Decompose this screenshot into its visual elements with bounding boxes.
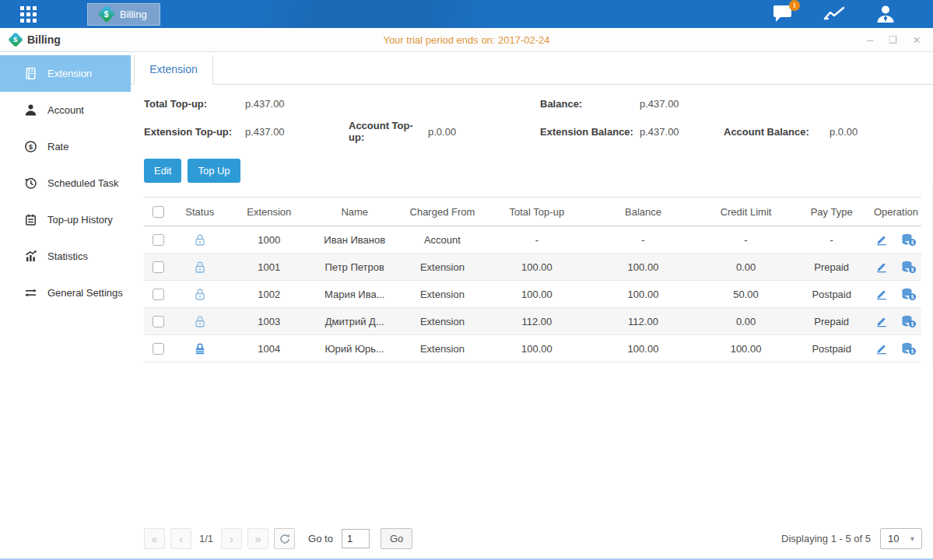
- edit-extension-button[interactable]: [875, 233, 889, 246]
- sidebar-item-label: Scheduled Task: [47, 177, 119, 189]
- messages-button[interactable]: !: [773, 5, 794, 23]
- pencil-icon: [875, 288, 889, 300]
- col-name: Name: [311, 198, 398, 226]
- general-settings-sliders-icon: [24, 286, 37, 299]
- extension-topup-label: Extension Top-up:: [144, 126, 245, 138]
- status-lock-icon: [194, 233, 206, 245]
- select-all-checkbox[interactable]: [153, 206, 164, 218]
- top-up-extension-button[interactable]: $: [901, 261, 917, 274]
- pager: « ‹ 1/1 › » Go to Go: [144, 528, 412, 549]
- window-title-group: $ Billing: [0, 33, 61, 46]
- cell-extension: 1001: [227, 254, 311, 281]
- table-row[interactable]: 1001 Петр Петров Extension 100.00 100.00…: [144, 254, 921, 281]
- cell-pay-type: Prepaid: [792, 308, 870, 335]
- cell-pay-type: -: [792, 226, 870, 254]
- pencil-icon: [875, 315, 889, 327]
- go-button[interactable]: Go: [381, 528, 412, 549]
- col-operation: Operation: [871, 198, 921, 226]
- account-topup-label: Account Top-up:: [349, 120, 428, 143]
- cell-credit-limit: 0.00: [700, 308, 793, 335]
- sidebar-item-label: Top-up History: [47, 214, 113, 226]
- row-checkbox[interactable]: [153, 261, 164, 273]
- col-pay-type: Pay Type: [792, 198, 870, 226]
- table-row[interactable]: 1000 Иван Иванов Account - - - -: [144, 226, 921, 254]
- edit-extension-button[interactable]: [875, 342, 889, 355]
- svg-text:$: $: [911, 348, 914, 355]
- cell-extension: 1004: [227, 335, 311, 362]
- refresh-button[interactable]: [274, 528, 295, 549]
- cell-pay-type: Postpaid: [792, 335, 870, 362]
- sidebar-item-scheduled-task[interactable]: Scheduled Task: [0, 165, 131, 201]
- pencil-icon: [875, 342, 889, 355]
- row-checkbox[interactable]: [153, 343, 164, 355]
- top-up-extension-button[interactable]: $: [901, 288, 917, 301]
- extension-table: Status Extension Name Charged From Total…: [144, 197, 921, 362]
- coins-icon: $: [901, 342, 917, 355]
- sidebar-item-label: Extension: [47, 68, 92, 79]
- cell-total-topup: 100.00: [486, 254, 587, 281]
- top-up-extension-button[interactable]: $: [901, 315, 917, 328]
- tab-extension[interactable]: Extension: [134, 55, 213, 85]
- cell-name: Юрий Юрь...: [311, 335, 398, 362]
- cell-charged-from: Extension: [398, 308, 487, 335]
- edit-button[interactable]: Edit: [144, 159, 181, 183]
- last-page-button[interactable]: »: [247, 528, 268, 549]
- line-chart-icon: [823, 5, 846, 23]
- table-row[interactable]: 1002 Мария Ива... Extension 100.00 100.0…: [144, 281, 921, 308]
- sidebar-item-label: Statistics: [47, 250, 88, 262]
- total-topup-label: Total Top-up:: [144, 98, 245, 110]
- next-page-button[interactable]: ›: [221, 528, 242, 549]
- cell-total-topup: 100.00: [486, 281, 587, 308]
- sidebar-item-general-settings[interactable]: General Settings: [0, 275, 131, 311]
- row-checkbox[interactable]: [153, 234, 164, 246]
- minimize-button[interactable]: –: [868, 34, 874, 45]
- cell-charged-from: Extension: [398, 281, 487, 308]
- cell-extension: 1002: [227, 281, 311, 308]
- sidebar-item-topup-history[interactable]: Top-up History: [0, 201, 131, 238]
- extension-topup-value: p.437.00: [245, 126, 349, 138]
- table-row[interactable]: 1004 Юрий Юрь... Extension 100.00 100.00…: [144, 335, 921, 362]
- sidebar-item-extension[interactable]: Extension: [0, 55, 131, 92]
- sidebar-item-rate[interactable]: $ Rate: [0, 128, 131, 165]
- maximize-button[interactable]: ❑: [889, 35, 897, 44]
- user-account-button[interactable]: [875, 5, 896, 23]
- summary-panel: Total Top-up: p.437.00 Balance: p.437.00…: [131, 85, 933, 152]
- first-page-button[interactable]: «: [144, 528, 165, 549]
- row-checkbox[interactable]: [153, 289, 164, 300]
- notification-badge: !: [789, 0, 800, 11]
- apps-grid-icon: [20, 6, 37, 23]
- pagination-bar: « ‹ 1/1 › » Go to Go Di: [131, 520, 933, 558]
- goto-page-input[interactable]: [342, 529, 370, 548]
- app-launcher-button[interactable]: [0, 6, 56, 23]
- status-lock-icon: [194, 288, 206, 299]
- taskbar-item-label: Billing: [120, 9, 147, 20]
- displaying-text: Displaying 1 - 5 of 5: [781, 533, 871, 544]
- cell-balance: 100.00: [587, 335, 699, 362]
- cell-total-topup: -: [486, 226, 587, 254]
- top-up-extension-button[interactable]: $: [901, 233, 917, 247]
- taskbar-item-billing[interactable]: $ Billing: [87, 3, 160, 26]
- edit-extension-button[interactable]: [875, 315, 889, 327]
- statistics-chart-icon: [24, 250, 37, 263]
- account-balance-value: p.0.00: [830, 126, 933, 138]
- edit-extension-button[interactable]: [875, 261, 889, 273]
- page-size-select[interactable]: 10 ▼: [880, 528, 922, 549]
- top-up-button[interactable]: Top Up: [188, 159, 240, 183]
- resource-monitor-button[interactable]: [823, 5, 846, 23]
- table-row[interactable]: 1003 Дмитрий Д... Extension 112.00 112.0…: [144, 308, 921, 335]
- user-silhouette-icon: [875, 5, 896, 23]
- cell-pay-type: Postpaid: [792, 281, 870, 308]
- prev-page-button[interactable]: ‹: [170, 528, 191, 549]
- window-controls: – ❑ ×: [868, 33, 933, 47]
- sidebar-item-account[interactable]: Account: [0, 92, 131, 128]
- edit-extension-button[interactable]: [875, 288, 889, 300]
- table-header-row: Status Extension Name Charged From Total…: [144, 198, 921, 226]
- row-checkbox[interactable]: [153, 316, 164, 327]
- cell-charged-from: Extension: [398, 335, 487, 362]
- balance-value: p.437.00: [640, 98, 724, 110]
- billing-app-icon: $: [98, 5, 116, 23]
- close-button[interactable]: ×: [913, 33, 921, 47]
- col-extension: Extension: [227, 198, 311, 226]
- top-up-extension-button[interactable]: $: [901, 342, 917, 355]
- sidebar-item-statistics[interactable]: Statistics: [0, 238, 131, 275]
